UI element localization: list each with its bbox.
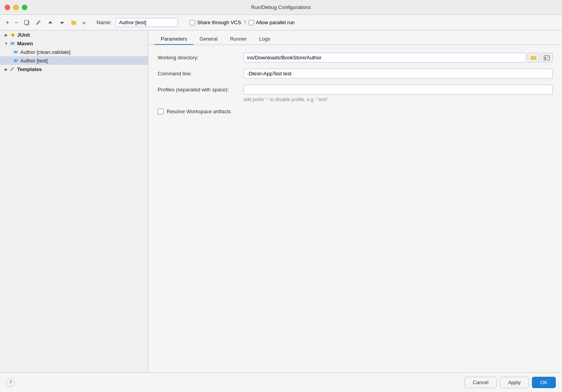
name-label: Name: [97, 20, 112, 25]
tab-general[interactable]: General [193, 34, 224, 45]
minimize-button[interactable] [13, 5, 19, 10]
wrench-button[interactable] [33, 18, 44, 27]
name-section: Name: Share through VCS ? Allow parallel… [97, 18, 559, 27]
resolve-workspace-label: Resolve Workspace artifacts [167, 109, 231, 114]
junit-label: JUnit [17, 32, 30, 38]
toolbar: + − » Name: Share through VCS [0, 15, 562, 30]
junit-icon: ◆ [9, 32, 16, 38]
parallel-run-checkbox[interactable] [249, 20, 254, 25]
expand-arrow-templates: ▶ [3, 66, 9, 72]
working-directory-input[interactable] [244, 53, 526, 62]
action-buttons: Cancel Apply OK [464, 377, 556, 388]
maven-label: Maven [17, 41, 33, 46]
vcs-section: Share through VCS ? Allow parallel run [190, 20, 295, 25]
maven-child-icon-2: m [12, 57, 19, 64]
folder-icon [71, 20, 77, 26]
profiles-input[interactable] [244, 85, 553, 94]
tab-runner[interactable]: Runner [224, 34, 253, 45]
svg-rect-1 [25, 20, 28, 24]
author-clean-label: Author [clean,validate] [20, 49, 71, 55]
command-line-row: Command line: [158, 69, 553, 78]
more-button[interactable]: » [80, 18, 88, 28]
wrench-icon [36, 20, 42, 26]
sidebar-item-templates[interactable]: ▶ Templates [0, 65, 148, 73]
panel-content: Working directory: [148, 45, 562, 372]
tab-bar: Parameters General Runner Logs [148, 30, 562, 45]
profiles-row: Profiles (separated with space): [158, 85, 553, 94]
folder-open-icon [530, 55, 537, 61]
expand-arrow-maven: ▼ [3, 40, 9, 46]
templates-label: Templates [17, 66, 42, 72]
apply-button[interactable]: Apply [500, 377, 529, 388]
tab-parameters[interactable]: Parameters [155, 34, 193, 45]
up-icon [47, 20, 53, 26]
working-directory-label: Working directory: [158, 55, 244, 61]
working-dir-variable-button[interactable] [541, 53, 553, 62]
variable-icon [544, 55, 550, 61]
author-test-label: Author [test] [20, 58, 48, 64]
svg-rect-2 [544, 55, 550, 60]
working-directory-input-group [244, 53, 553, 62]
maximize-button[interactable] [22, 5, 27, 10]
wrench-icon-templates [9, 66, 16, 72]
command-line-label: Command line: [158, 71, 244, 77]
right-panel: Parameters General Runner Logs Working d… [148, 30, 562, 372]
sidebar-item-author-clean[interactable]: m Author [clean,validate] [0, 48, 148, 56]
expand-arrow-junit: ▶ [3, 32, 9, 38]
folder-button[interactable] [68, 18, 79, 27]
remove-button[interactable]: − [12, 18, 20, 28]
add-button[interactable]: + [3, 18, 11, 28]
title-bar: Run/Debug Configurations [0, 0, 562, 15]
cancel-button[interactable]: Cancel [464, 377, 496, 388]
tab-logs[interactable]: Logs [253, 34, 276, 45]
share-vcs-checkbox[interactable] [190, 20, 195, 25]
help-button[interactable]: ? [6, 378, 15, 387]
down-button[interactable] [57, 18, 68, 27]
sidebar: ▶ ◆ JUnit ▼ m Maven m Author [clean,vali… [0, 30, 148, 372]
parallel-run-label: Allow parallel run [256, 20, 295, 25]
copy-icon [24, 20, 30, 26]
maven-child-icon-1: m [12, 49, 19, 55]
name-input[interactable] [116, 18, 178, 27]
up-button[interactable] [45, 18, 56, 27]
window-controls [5, 5, 27, 10]
down-icon [59, 20, 65, 26]
profiles-label: Profiles (separated with space): [158, 87, 244, 93]
vcs-help-icon[interactable]: ? [244, 20, 246, 25]
working-directory-row: Working directory: [158, 53, 553, 62]
profiles-hint: add prefix '-' to disable profile, e.g. … [244, 97, 553, 102]
sidebar-item-junit[interactable]: ▶ ◆ JUnit [0, 30, 148, 39]
resolve-workspace-row: Resolve Workspace artifacts [158, 109, 553, 114]
close-button[interactable] [5, 5, 10, 10]
command-line-input[interactable] [244, 69, 553, 78]
share-vcs-wrapper: Share through VCS [190, 20, 241, 25]
copy-button[interactable] [21, 18, 32, 27]
ok-button[interactable]: OK [532, 377, 556, 388]
parallel-run-wrapper: Allow parallel run [249, 20, 295, 25]
maven-icon: m [9, 40, 16, 46]
working-dir-folder-button[interactable] [528, 53, 539, 62]
sidebar-item-maven[interactable]: ▼ m Maven [0, 39, 148, 48]
sidebar-item-author-test[interactable]: m Author [test] [0, 56, 148, 65]
main-content: ▶ ◆ JUnit ▼ m Maven m Author [clean,vali… [0, 30, 562, 372]
window-title: Run/Debug Configurations [251, 4, 311, 10]
resolve-workspace-checkbox[interactable] [158, 109, 164, 114]
share-vcs-label: Share through VCS [197, 20, 241, 25]
bottom-bar: ? Cancel Apply OK [0, 372, 562, 392]
